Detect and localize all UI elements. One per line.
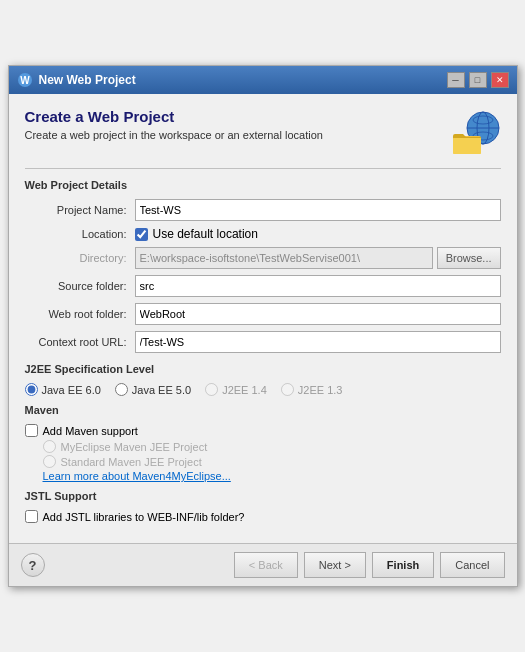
jstl-add-libraries-checkbox[interactable] (25, 510, 38, 523)
maven-myeclipse-label: MyEclipse Maven JEE Project (61, 441, 208, 453)
maven-myeclipse-radio (43, 440, 56, 453)
cancel-button[interactable]: Cancel (440, 552, 504, 578)
j2ee-section-title: J2EE Specification Level (25, 363, 501, 375)
header-text: Create a Web Project Create a web projec… (25, 108, 323, 141)
maven-standard-label: Standard Maven JEE Project (61, 456, 202, 468)
back-button[interactable]: < Back (234, 552, 298, 578)
maven-standard-option: Standard Maven JEE Project (43, 455, 501, 468)
context-root-input[interactable] (135, 331, 501, 353)
maven-section: Maven Add Maven support MyEclipse Maven … (25, 404, 501, 482)
maven-myeclipse-option: MyEclipse Maven JEE Project (43, 440, 501, 453)
directory-label: Directory: (25, 252, 135, 264)
j2ee-14-label: J2EE 1.4 (222, 384, 267, 396)
source-folder-input[interactable] (135, 275, 501, 297)
location-row: Location: Use default location (25, 227, 501, 241)
web-root-row: Web root folder: (25, 303, 501, 325)
page-title: Create a Web Project (25, 108, 323, 125)
maximize-button[interactable]: □ (469, 72, 487, 88)
j2ee-java-ee-6-radio[interactable] (25, 383, 38, 396)
main-window: W New Web Project ─ □ ✕ Create a Web Pro… (8, 65, 518, 587)
bottom-right-buttons: < Back Next > Finish Cancel (234, 552, 505, 578)
project-name-label: Project Name: (25, 204, 135, 216)
web-project-details-title: Web Project Details (25, 179, 501, 191)
header-icon (451, 108, 501, 154)
location-label: Location: (25, 228, 135, 240)
context-root-label: Context root URL: (25, 336, 135, 348)
project-name-input[interactable] (135, 199, 501, 221)
bottom-bar: ? < Back Next > Finish Cancel (9, 543, 517, 586)
source-folder-label: Source folder: (25, 280, 135, 292)
j2ee-java-ee-6-label: Java EE 6.0 (42, 384, 101, 396)
web-root-input[interactable] (135, 303, 501, 325)
j2ee-14-option[interactable]: J2EE 1.4 (205, 383, 267, 396)
maven-add-support-checkbox[interactable] (25, 424, 38, 437)
use-default-checkbox[interactable] (135, 228, 148, 241)
svg-rect-9 (453, 138, 481, 154)
close-button[interactable]: ✕ (491, 72, 509, 88)
titlebar-left: W New Web Project (17, 72, 136, 88)
window-title: New Web Project (39, 73, 136, 87)
jstl-add-libraries-label[interactable]: Add JSTL libraries to WEB-INF/lib folder… (43, 511, 245, 523)
maven-add-support-row: Add Maven support (25, 424, 501, 437)
j2ee-radio-group: Java EE 6.0 Java EE 5.0 J2EE 1.4 J2EE 1.… (25, 383, 501, 396)
finish-button[interactable]: Finish (372, 552, 434, 578)
browse-button[interactable]: Browse... (437, 247, 501, 269)
minimize-button[interactable]: ─ (447, 72, 465, 88)
content-area: Create a Web Project Create a web projec… (9, 94, 517, 543)
jstl-add-libraries-row: Add JSTL libraries to WEB-INF/lib folder… (25, 510, 501, 523)
header-section: Create a Web Project Create a web projec… (25, 108, 501, 154)
help-button[interactable]: ? (21, 553, 45, 577)
jstl-section: JSTL Support Add JSTL libraries to WEB-I… (25, 490, 501, 523)
page-subtitle: Create a web project in the workspace or… (25, 129, 323, 141)
j2ee-14-radio[interactable] (205, 383, 218, 396)
directory-input-row: Browse... (135, 247, 501, 269)
j2ee-java-ee-6-option[interactable]: Java EE 6.0 (25, 383, 101, 396)
j2ee-13-radio[interactable] (281, 383, 294, 396)
jstl-section-title: JSTL Support (25, 490, 501, 502)
j2ee-section: J2EE Specification Level Java EE 6.0 Jav… (25, 363, 501, 396)
use-default-label[interactable]: Use default location (153, 227, 258, 241)
svg-text:W: W (20, 75, 30, 86)
j2ee-java-ee-5-label: Java EE 5.0 (132, 384, 191, 396)
j2ee-java-ee-5-option[interactable]: Java EE 5.0 (115, 383, 191, 396)
maven-learn-more-link[interactable]: Learn more about Maven4MyEclipse... (43, 470, 501, 482)
source-folder-row: Source folder: (25, 275, 501, 297)
directory-row: Directory: Browse... (25, 247, 501, 269)
header-divider (25, 168, 501, 169)
web-root-label: Web root folder: (25, 308, 135, 320)
window-icon: W (17, 72, 33, 88)
project-name-row: Project Name: (25, 199, 501, 221)
maven-section-title: Maven (25, 404, 501, 416)
use-default-location-row: Use default location (135, 227, 258, 241)
j2ee-13-label: J2EE 1.3 (298, 384, 343, 396)
titlebar: W New Web Project ─ □ ✕ (9, 66, 517, 94)
directory-input (135, 247, 433, 269)
maven-add-support-label[interactable]: Add Maven support (43, 425, 138, 437)
titlebar-controls: ─ □ ✕ (447, 72, 509, 88)
next-button[interactable]: Next > (304, 552, 366, 578)
j2ee-13-option[interactable]: J2EE 1.3 (281, 383, 343, 396)
j2ee-java-ee-5-radio[interactable] (115, 383, 128, 396)
maven-standard-radio (43, 455, 56, 468)
context-root-row: Context root URL: (25, 331, 501, 353)
